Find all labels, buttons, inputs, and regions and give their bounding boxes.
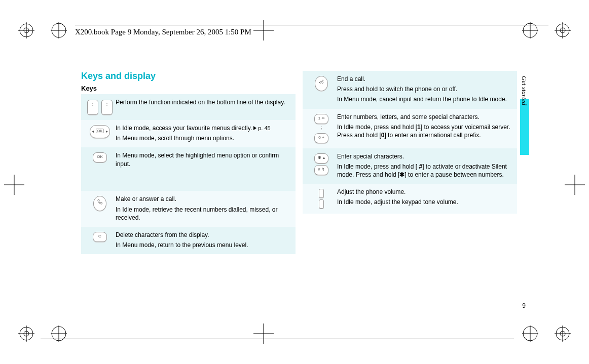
call-key-icon (84, 195, 116, 222)
ok-key-icon: OK (84, 151, 116, 186)
clear-key-icon: C (84, 231, 116, 249)
svg-point-36 (322, 80, 323, 81)
section-title: Keys and display (81, 71, 296, 82)
key-row: Make or answer a call. In Idle mode, ret… (81, 191, 296, 227)
nav-key-icon: ◂ OK ▸ (84, 124, 116, 142)
crop-mark-icon (18, 22, 34, 38)
key-desc: In Idle mode, access your favourite menu… (116, 124, 292, 142)
key-row: 1 ∞ ⋮ 0 + Enter numbers, letters, and so… (303, 109, 517, 148)
side-section-label: Get started (520, 76, 528, 105)
crop-mark-icon (565, 175, 585, 195)
crop-mark-icon (51, 22, 67, 38)
side-tab (520, 99, 529, 155)
key-row: OK In Menu mode, select the highlighted … (81, 147, 296, 191)
key-row: ✱ ▴ # ↯ Enter special characters. In Idl… (303, 148, 517, 184)
page-header: X200.book Page 9 Monday, September 26, 2… (75, 28, 251, 36)
key-desc: In Menu mode, select the highlighted men… (116, 151, 292, 186)
crop-mark-icon (18, 326, 34, 342)
key-desc: Enter numbers, letters, and some special… (337, 113, 514, 143)
content-area: Keys and display Keys Perform the functi… (81, 71, 517, 254)
page-number: 9 (522, 302, 526, 309)
crop-mark-icon (51, 326, 67, 342)
crop-mark-icon (555, 22, 571, 38)
crop-mark-icon (4, 175, 24, 195)
key-row: ◂ OK ▸ In Idle mode, access your favouri… (81, 120, 296, 147)
key-desc: Enter special characters. In Idle mode, … (337, 152, 514, 179)
alphanumeric-keys-icon: 1 ∞ ⋮ 0 + (306, 113, 337, 143)
right-column: End a call. Press and hold to switch the… (303, 71, 517, 254)
special-keys-icon: ✱ ▴ # ↯ (306, 152, 337, 179)
key-row: End a call. Press and hold to switch the… (303, 71, 517, 109)
end-key-icon (306, 75, 337, 104)
key-desc: Perform the function indicated on the bo… (116, 98, 292, 115)
key-desc: End a call. Press and hold to switch the… (337, 75, 514, 104)
key-row: C Delete characters from the display. In… (81, 227, 296, 254)
key-desc: Adjust the phone volume. In Idle mode, a… (337, 188, 514, 209)
crop-mark-icon (253, 323, 274, 344)
key-desc: Delete characters from the display. In M… (116, 231, 292, 249)
header-rule (75, 25, 548, 25)
volume-keys-icon (306, 188, 337, 209)
section-subtitle: Keys (81, 85, 296, 92)
key-desc: Make or answer a call. In Idle mode, ret… (116, 195, 292, 222)
footer-rule (41, 339, 514, 339)
crop-mark-icon (253, 20, 274, 41)
left-column: Keys and display Keys Perform the functi… (81, 71, 296, 254)
crop-mark-icon (555, 326, 571, 342)
key-row: Adjust the phone volume. In Idle mode, a… (303, 184, 517, 214)
key-row: Perform the function indicated on the bo… (81, 94, 296, 120)
crop-mark-icon (522, 326, 538, 342)
softkeys-icon (84, 98, 116, 115)
